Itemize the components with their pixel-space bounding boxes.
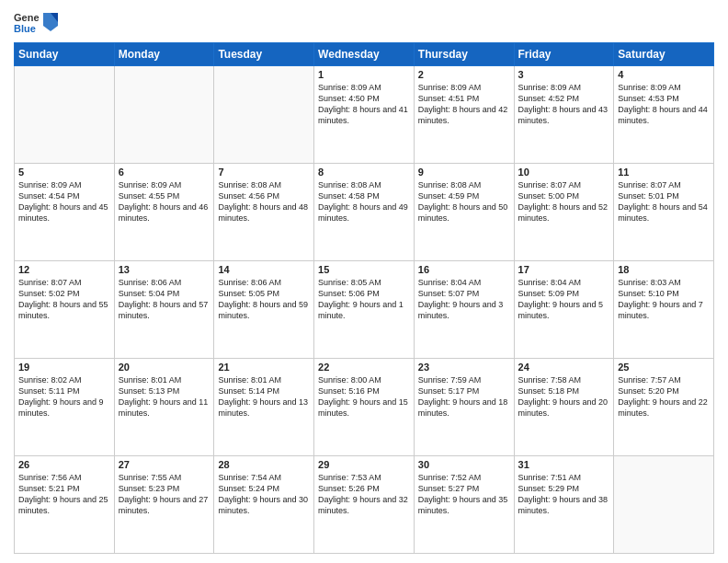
week-row-3: 19Sunrise: 8:02 AMSunset: 5:11 PMDayligh… [15, 359, 714, 456]
calendar-cell: 29Sunrise: 7:53 AMSunset: 5:26 PMDayligh… [314, 456, 415, 554]
week-row-1: 5Sunrise: 8:09 AMSunset: 4:54 PMDaylight… [15, 164, 714, 261]
logo: General Blue [14, 9, 58, 35]
day-number: 11 [618, 167, 710, 178]
calendar-cell: 31Sunrise: 7:51 AMSunset: 5:29 PMDayligh… [514, 456, 614, 554]
cell-info: Sunrise: 8:06 AMSunset: 5:04 PMDaylight:… [119, 277, 210, 322]
day-number: 25 [618, 362, 710, 373]
day-number: 16 [418, 264, 510, 275]
cell-info: Sunrise: 8:04 AMSunset: 5:07 PMDaylight:… [418, 277, 510, 322]
cell-info: Sunrise: 8:01 AMSunset: 5:13 PMDaylight:… [119, 374, 210, 419]
day-number: 2 [418, 69, 510, 80]
cell-info: Sunrise: 8:04 AMSunset: 5:09 PMDaylight:… [518, 277, 610, 322]
day-number: 5 [18, 167, 110, 178]
calendar-cell: 7Sunrise: 8:08 AMSunset: 4:56 PMDaylight… [214, 164, 314, 261]
calendar-cell: 14Sunrise: 8:06 AMSunset: 5:05 PMDayligh… [214, 261, 314, 359]
day-number: 23 [418, 362, 510, 373]
cell-info: Sunrise: 8:09 AMSunset: 4:53 PMDaylight:… [618, 82, 710, 127]
day-number: 12 [18, 264, 110, 275]
cell-info: Sunrise: 8:07 AMSunset: 5:02 PMDaylight:… [18, 277, 110, 322]
calendar-cell: 3Sunrise: 8:09 AMSunset: 4:52 PMDaylight… [514, 66, 614, 164]
weekday-header-friday: Friday [514, 43, 614, 66]
cell-info: Sunrise: 8:05 AMSunset: 5:06 PMDaylight:… [318, 277, 410, 322]
calendar-cell: 4Sunrise: 8:09 AMSunset: 4:53 PMDaylight… [614, 66, 714, 164]
day-number: 21 [218, 362, 310, 373]
day-number: 17 [518, 264, 610, 275]
cell-info: Sunrise: 7:59 AMSunset: 5:17 PMDaylight:… [418, 374, 510, 419]
cell-info: Sunrise: 7:51 AMSunset: 5:29 PMDaylight:… [518, 472, 610, 517]
cell-info: Sunrise: 8:09 AMSunset: 4:50 PMDaylight:… [318, 82, 410, 127]
week-row-0: 1Sunrise: 8:09 AMSunset: 4:50 PMDaylight… [15, 66, 714, 164]
calendar-cell: 25Sunrise: 7:57 AMSunset: 5:20 PMDayligh… [614, 359, 714, 456]
calendar-cell [214, 66, 314, 164]
day-number: 19 [18, 362, 110, 373]
cell-info: Sunrise: 7:56 AMSunset: 5:21 PMDaylight:… [18, 472, 110, 517]
cell-info: Sunrise: 8:09 AMSunset: 4:54 PMDaylight:… [18, 179, 110, 224]
weekday-header-tuesday: Tuesday [214, 43, 314, 66]
day-number: 20 [119, 362, 210, 373]
cell-info: Sunrise: 8:02 AMSunset: 5:11 PMDaylight:… [18, 374, 110, 419]
day-number: 31 [518, 459, 610, 470]
calendar-cell: 30Sunrise: 7:52 AMSunset: 5:27 PMDayligh… [414, 456, 514, 554]
weekday-header-row: SundayMondayTuesdayWednesdayThursdayFrid… [15, 43, 714, 66]
cell-info: Sunrise: 8:09 AMSunset: 4:55 PMDaylight:… [119, 179, 210, 224]
cell-info: Sunrise: 8:08 AMSunset: 4:56 PMDaylight:… [218, 179, 310, 224]
week-row-4: 26Sunrise: 7:56 AMSunset: 5:21 PMDayligh… [15, 456, 714, 554]
cell-info: Sunrise: 8:01 AMSunset: 5:14 PMDaylight:… [218, 374, 310, 419]
weekday-header-wednesday: Wednesday [314, 43, 415, 66]
cell-info: Sunrise: 8:00 AMSunset: 5:16 PMDaylight:… [318, 374, 410, 419]
calendar-cell: 28Sunrise: 7:54 AMSunset: 5:24 PMDayligh… [214, 456, 314, 554]
calendar-cell: 18Sunrise: 8:03 AMSunset: 5:10 PMDayligh… [614, 261, 714, 359]
cell-info: Sunrise: 7:58 AMSunset: 5:18 PMDaylight:… [518, 374, 610, 419]
cell-info: Sunrise: 8:08 AMSunset: 4:58 PMDaylight:… [318, 179, 410, 224]
calendar-cell: 5Sunrise: 8:09 AMSunset: 4:54 PMDaylight… [15, 164, 115, 261]
day-number: 6 [119, 167, 210, 178]
cell-info: Sunrise: 7:53 AMSunset: 5:26 PMDaylight:… [318, 472, 410, 517]
day-number: 7 [218, 167, 310, 178]
cell-info: Sunrise: 8:06 AMSunset: 5:05 PMDaylight:… [218, 277, 310, 322]
day-number: 13 [119, 264, 210, 275]
cell-info: Sunrise: 8:07 AMSunset: 5:00 PMDaylight:… [518, 179, 610, 224]
day-number: 1 [318, 69, 410, 80]
calendar-cell: 1Sunrise: 8:09 AMSunset: 4:50 PMDaylight… [314, 66, 415, 164]
calendar-cell: 9Sunrise: 8:08 AMSunset: 4:59 PMDaylight… [414, 164, 514, 261]
calendar-cell: 20Sunrise: 8:01 AMSunset: 5:13 PMDayligh… [114, 359, 214, 456]
weekday-header-monday: Monday [114, 43, 214, 66]
day-number: 9 [418, 167, 510, 178]
day-number: 15 [318, 264, 410, 275]
calendar-cell: 8Sunrise: 8:08 AMSunset: 4:58 PMDaylight… [314, 164, 415, 261]
svg-text:General: General [14, 12, 40, 23]
calendar-cell [114, 66, 214, 164]
calendar-cell: 16Sunrise: 8:04 AMSunset: 5:07 PMDayligh… [414, 261, 514, 359]
calendar-cell: 26Sunrise: 7:56 AMSunset: 5:21 PMDayligh… [15, 456, 115, 554]
calendar-cell: 11Sunrise: 8:07 AMSunset: 5:01 PMDayligh… [614, 164, 714, 261]
weekday-header-saturday: Saturday [614, 43, 714, 66]
day-number: 4 [618, 69, 710, 80]
cell-info: Sunrise: 7:54 AMSunset: 5:24 PMDaylight:… [218, 472, 310, 517]
day-number: 18 [618, 264, 710, 275]
day-number: 24 [518, 362, 610, 373]
page: General Blue SundayMondayTuesdayWednesda… [0, 0, 728, 563]
calendar-cell: 15Sunrise: 8:05 AMSunset: 5:06 PMDayligh… [314, 261, 415, 359]
calendar-cell: 19Sunrise: 8:02 AMSunset: 5:11 PMDayligh… [15, 359, 115, 456]
cell-info: Sunrise: 7:57 AMSunset: 5:20 PMDaylight:… [618, 374, 710, 419]
day-number: 28 [218, 459, 310, 470]
day-number: 29 [318, 459, 410, 470]
calendar-cell: 24Sunrise: 7:58 AMSunset: 5:18 PMDayligh… [514, 359, 614, 456]
calendar-cell: 12Sunrise: 8:07 AMSunset: 5:02 PMDayligh… [15, 261, 115, 359]
cell-info: Sunrise: 7:55 AMSunset: 5:23 PMDaylight:… [119, 472, 210, 517]
calendar-table: SundayMondayTuesdayWednesdayThursdayFrid… [14, 42, 714, 554]
cell-info: Sunrise: 8:09 AMSunset: 4:51 PMDaylight:… [418, 82, 510, 127]
weekday-header-sunday: Sunday [15, 43, 115, 66]
cell-info: Sunrise: 7:52 AMSunset: 5:27 PMDaylight:… [418, 472, 510, 517]
calendar-cell: 27Sunrise: 7:55 AMSunset: 5:23 PMDayligh… [114, 456, 214, 554]
calendar-cell: 10Sunrise: 8:07 AMSunset: 5:00 PMDayligh… [514, 164, 614, 261]
day-number: 3 [518, 69, 610, 80]
calendar-cell: 21Sunrise: 8:01 AMSunset: 5:14 PMDayligh… [214, 359, 314, 456]
calendar-cell: 6Sunrise: 8:09 AMSunset: 4:55 PMDaylight… [114, 164, 214, 261]
weekday-header-thursday: Thursday [414, 43, 514, 66]
day-number: 26 [18, 459, 110, 470]
calendar-cell: 13Sunrise: 8:06 AMSunset: 5:04 PMDayligh… [114, 261, 214, 359]
day-number: 30 [418, 459, 510, 470]
logo-svg: General Blue [14, 9, 40, 35]
calendar-cell [614, 456, 714, 554]
